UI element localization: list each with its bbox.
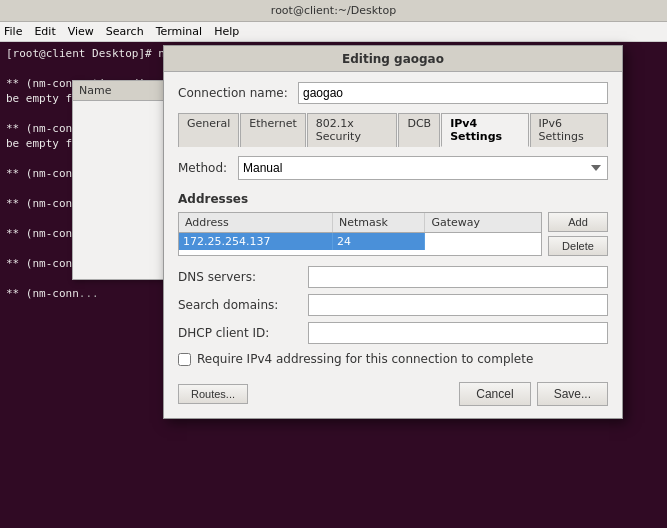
menu-search[interactable]: Search: [106, 25, 144, 38]
terminal-titlebar: root@client:~/Desktop: [0, 0, 667, 22]
address-value: 172.25.254.137: [183, 235, 270, 248]
col-gateway: Gateway: [425, 213, 541, 232]
cell-address: 172.25.254.137: [179, 233, 333, 250]
dns-row: DNS servers:: [178, 266, 608, 288]
cell-gateway[interactable]: [425, 233, 541, 250]
dhcp-label: DHCP client ID:: [178, 326, 308, 340]
tab-8021x-security[interactable]: 802.1x Security: [307, 113, 398, 147]
cell-netmask: 24: [333, 233, 425, 250]
gateway-input[interactable]: [429, 236, 537, 248]
connection-name-row: Connection name:: [178, 82, 608, 104]
menu-help[interactable]: Help: [214, 25, 239, 38]
require-ipv4-label: Require IPv4 addressing for this connect…: [197, 352, 533, 366]
addresses-title: Addresses: [178, 192, 608, 206]
save-button[interactable]: Save...: [537, 382, 608, 406]
search-row: Search domains:: [178, 294, 608, 316]
menu-file[interactable]: File: [4, 25, 22, 38]
addresses-table: Address Netmask Gateway 172.25.254.137 2…: [178, 212, 542, 256]
terminal-menubar[interactable]: File Edit View Search Terminal Help: [0, 22, 667, 42]
nm-panel-name-col: Name: [79, 84, 111, 97]
dhcp-input[interactable]: [308, 322, 608, 344]
require-ipv4-checkbox[interactable]: [178, 353, 191, 366]
tab-ipv4-settings[interactable]: IPv4 Settings: [441, 113, 528, 147]
routes-button[interactable]: Routes...: [178, 384, 248, 404]
cancel-button[interactable]: Cancel: [459, 382, 530, 406]
method-select[interactable]: Manual Automatic (DHCP) Link-Local Only …: [238, 156, 608, 180]
dns-input[interactable]: [308, 266, 608, 288]
nm-panel: Name: [72, 80, 172, 280]
method-label: Method:: [178, 161, 238, 175]
col-netmask: Netmask: [333, 213, 425, 232]
search-label: Search domains:: [178, 298, 308, 312]
dialog-titlebar: Editing gaogao: [164, 46, 622, 72]
connection-name-label: Connection name:: [178, 86, 298, 100]
dhcp-row: DHCP client ID:: [178, 322, 608, 344]
table-row: 172.25.254.137 24: [179, 233, 541, 250]
menu-terminal[interactable]: Terminal: [156, 25, 203, 38]
method-row: Method: Manual Automatic (DHCP) Link-Loc…: [178, 156, 608, 180]
require-ipv4-row: Require IPv4 addressing for this connect…: [178, 352, 608, 366]
address-buttons: Add Delete: [548, 212, 608, 256]
search-input[interactable]: [308, 294, 608, 316]
tab-ethernet[interactable]: Ethernet: [240, 113, 305, 147]
tab-dcb[interactable]: DCB: [398, 113, 440, 147]
menu-edit[interactable]: Edit: [34, 25, 55, 38]
menu-view[interactable]: View: [68, 25, 94, 38]
tab-ipv6-settings[interactable]: IPv6 Settings: [530, 113, 608, 147]
footer-right-buttons: Cancel Save...: [459, 382, 608, 406]
tabs-row: General Ethernet 802.1x Security DCB IPv…: [178, 112, 608, 146]
table-header: Address Netmask Gateway: [179, 213, 541, 233]
col-address: Address: [179, 213, 333, 232]
connection-name-input[interactable]: [298, 82, 608, 104]
addresses-container: Address Netmask Gateway 172.25.254.137 2…: [178, 212, 608, 256]
tab-general[interactable]: General: [178, 113, 239, 147]
dialog-footer: Routes... Cancel Save...: [178, 376, 608, 408]
dialog-content: Connection name: General Ethernet 802.1x…: [164, 72, 622, 418]
editing-dialog: Editing gaogao Connection name: General …: [163, 45, 623, 419]
terminal-title: root@client:~/Desktop: [271, 4, 396, 17]
delete-button[interactable]: Delete: [548, 236, 608, 256]
dns-label: DNS servers:: [178, 270, 308, 284]
dialog-title: Editing gaogao: [342, 52, 444, 66]
netmask-value: 24: [337, 235, 351, 248]
add-button[interactable]: Add: [548, 212, 608, 232]
nm-panel-header: Name: [73, 81, 171, 101]
